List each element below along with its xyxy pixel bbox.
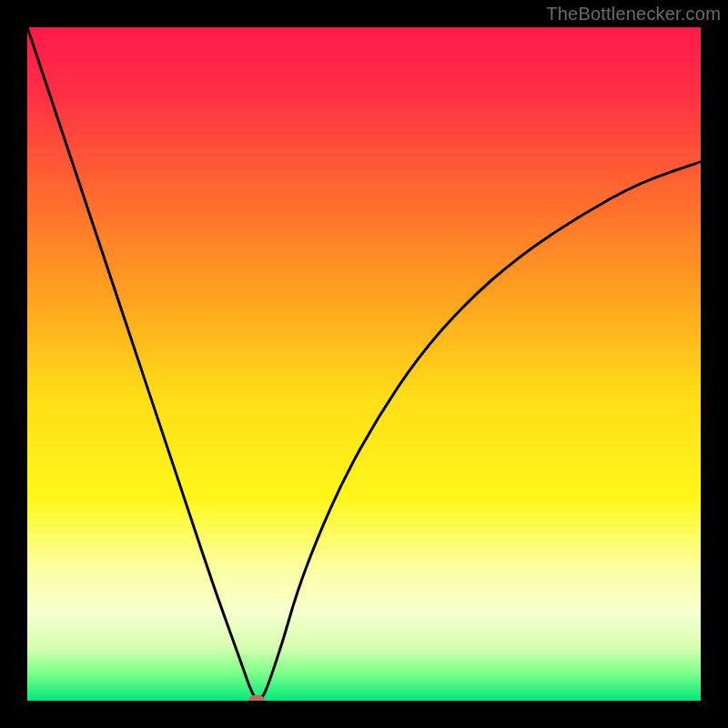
chart-frame: TheBottlenecker.com [0,0,728,728]
plot-area [27,27,701,701]
bottleneck-curve [27,27,701,701]
optimal-point-marker [248,695,265,701]
watermark-text: TheBottlenecker.com [546,4,721,25]
